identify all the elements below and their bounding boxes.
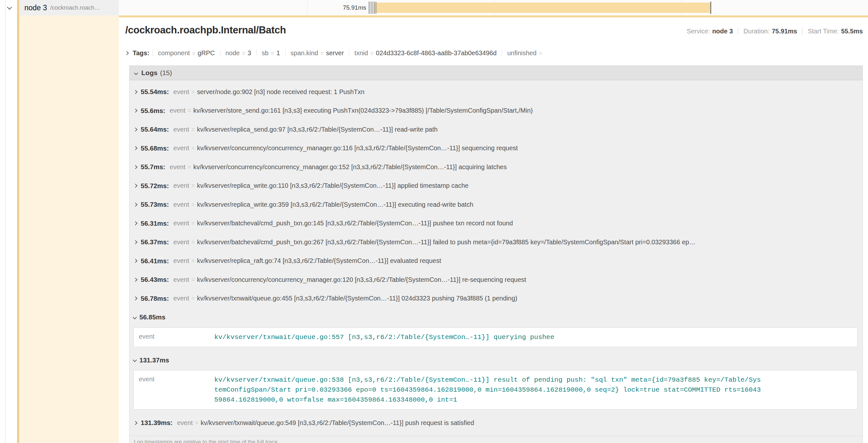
log-field-key: event [174, 257, 189, 265]
log-message: kv/kvserver/concurrency/concurrency_mana… [197, 144, 518, 152]
log-row[interactable]: 55.7ms: event = kv/kvserver/concurrency/… [129, 158, 863, 176]
log-field-key: event [174, 295, 189, 302]
log-expand-chevron-icon [133, 421, 137, 425]
log-timestamp: 56.41ms: [141, 257, 169, 265]
log-expand-chevron-icon [133, 240, 137, 244]
log-expand-chevron-icon [133, 278, 137, 282]
log-message: kv/kvserver/txnwait/queue.go:549 [n3,s3,… [201, 419, 474, 427]
log-field-key: event [174, 88, 189, 96]
start-time-label: Start Time: [808, 28, 839, 35]
log-message: kv/kvserver/batcheval/cmd_push_txn.go:26… [197, 239, 695, 246]
page-title: /cockroach.roachpb.Internal/Batch [125, 24, 286, 36]
log-expand-chevron-icon [133, 146, 137, 150]
log-field-value: kv/kvserver/txnwait/queue.go:538 [n3,s3,… [214, 375, 762, 405]
log-message: server/node.go:902 [n3] node received re… [197, 88, 364, 96]
log-timestamp: 56.78ms: [141, 295, 169, 302]
log-row[interactable]: 56.31ms: event = kv/kvserver/batcheval/c… [129, 214, 863, 233]
log-row[interactable]: 131.39ms: event = kv/kvserver/txnwait/qu… [129, 413, 863, 433]
log-timestamp: 131.39ms: [141, 419, 173, 427]
log-row[interactable]: 55.54ms: event = server/node.go:902 [n3]… [129, 82, 863, 101]
log-field-key: event [139, 375, 214, 405]
log-expand-chevron-icon [133, 128, 137, 132]
log-field-value: kv/kvserver/txnwait/queue.go:557 [n3,s3,… [214, 332, 762, 342]
log-row[interactable]: 55.68ms: event = kv/kvserver/concurrency… [129, 139, 863, 158]
log-field-key: event [177, 419, 193, 427]
log-field-key: event [174, 276, 189, 283]
span-duration-label: 75.91ms [343, 0, 366, 15]
log-field-key: event [174, 126, 189, 133]
log-field-key: event [169, 107, 185, 114]
log-row[interactable]: 56.37ms: event = kv/kvserver/batcheval/c… [129, 233, 863, 252]
log-field-key: event [174, 182, 189, 190]
log-field-key: event [169, 163, 185, 171]
log-field-key: event [174, 201, 189, 208]
span-name-tab[interactable]: node 3 /cockroach.roach… [17, 0, 119, 15]
tag-span-kind: span.kind=server [285, 49, 349, 57]
tag-unfinished: unfinished= [502, 49, 550, 57]
log-message: kv/kvserver/store_send.go:161 [n3,s3] ex… [193, 107, 533, 114]
collapse-span-chevron-icon[interactable] [7, 5, 12, 10]
span-detail-header: /cockroach.roachpb.Internal/Batch Servic… [125, 24, 863, 39]
log-timestamp: 55.54ms: [141, 88, 169, 96]
log-message: kv/kvserver/replica_write.go:359 [n3,s3,… [197, 201, 473, 208]
tags-expand-chevron-icon [125, 51, 129, 55]
service-value: node 3 [712, 28, 733, 35]
log-row[interactable]: 55.72ms: event = kv/kvserver/replica_wri… [129, 176, 863, 196]
span-operation-name: /cockroach.roach… [50, 4, 100, 11]
logs-list: 55.54ms: event = server/node.go:902 [n3]… [129, 80, 863, 433]
tag-sb: sb=1 [256, 49, 285, 57]
timeline-gridline [307, 0, 307, 15]
tag-txnid: txnid=024d3323-6c8f-4863-aa8b-37ab0e6349… [349, 49, 502, 57]
span-start-tick-marks [369, 2, 377, 14]
log-row[interactable]: 55.73ms: event = kv/kvserver/replica_wri… [129, 195, 863, 214]
log-timestamp: 56.37ms: [141, 238, 169, 246]
log-timestamp: 55.72ms: [141, 182, 169, 190]
logs-title: Logs [141, 69, 157, 77]
duration-value: 75.91ms [772, 28, 797, 35]
log-collapse-chevron-icon [133, 358, 137, 362]
logs-collapse-chevron-icon [134, 71, 138, 75]
log-row[interactable]: 56.43ms: event = kv/kvserver/concurrency… [129, 270, 863, 289]
logs-section: Logs (15) 55.54ms: event = server/node.g… [129, 66, 863, 443]
log-message: kv/kvserver/replica_send.go:97 [n3,s3,r6… [197, 126, 437, 133]
log-field-key: event [174, 144, 189, 152]
log-expand-chevron-icon [133, 90, 137, 94]
log-event-detail-box: event kv/kvserver/txnwait/queue.go:538 [… [133, 370, 858, 410]
log-timestamp: 55.7ms: [141, 163, 165, 171]
log-message: kv/kvserver/batcheval/cmd_push_txn.go:14… [197, 219, 513, 227]
log-expand-chevron-icon [133, 108, 137, 113]
logs-header[interactable]: Logs (15) [129, 66, 863, 80]
span-detail-panel: /cockroach.roachpb.Internal/Batch Servic… [119, 15, 868, 443]
span-end-tick [710, 2, 711, 14]
log-timestamp: 56.85ms [140, 313, 165, 321]
log-row[interactable]: 56.41ms: event = kv/kvserver/replica_raf… [129, 252, 863, 271]
log-row-expanded-header[interactable]: 131.37ms [129, 351, 863, 370]
log-expand-chevron-icon [133, 203, 137, 207]
span-duration-bar[interactable] [374, 3, 711, 13]
log-field-key: event [174, 239, 189, 246]
log-expand-chevron-icon [133, 165, 137, 169]
log-timestamp: 55.68ms: [141, 144, 169, 152]
trace-detail-page: node 3 /cockroach.roach… 75.91ms /cockro… [0, 0, 868, 443]
log-row[interactable]: 55.6ms: event = kv/kvserver/store_send.g… [129, 101, 863, 121]
span-color-band [17, 15, 119, 443]
service-label: Service: [687, 28, 710, 35]
left-gutter-divider [5, 0, 5, 443]
tags-title: Tags: [133, 49, 149, 57]
log-timestamp: 55.73ms: [141, 201, 169, 208]
log-message: kv/kvserver/concurrency/concurrency_mana… [193, 163, 507, 171]
log-timestamp: 55.6ms: [141, 107, 165, 114]
tag-component: component=gRPC [153, 49, 220, 57]
tags-row[interactable]: Tags: component=gRPC node=3 sb=1 span.ki… [125, 47, 863, 59]
log-row-expanded-header[interactable]: 56.85ms [129, 308, 863, 327]
log-field-key: event [139, 332, 214, 342]
log-timestamp: 56.31ms: [141, 219, 169, 227]
log-expand-chevron-icon [133, 296, 137, 301]
log-message: kv/kvserver/txnwait/queue.go:455 [n3,s3,… [197, 295, 517, 302]
logs-count: (15) [160, 69, 172, 77]
log-row[interactable]: 55.64ms: event = kv/kvserver/replica_sen… [129, 120, 863, 139]
log-expand-chevron-icon [133, 221, 137, 225]
log-row[interactable]: 56.78ms: event = kv/kvserver/txnwait/que… [129, 289, 863, 308]
timeline-ruler: 75.91ms [119, 0, 868, 15]
log-expand-chevron-icon [133, 183, 137, 188]
